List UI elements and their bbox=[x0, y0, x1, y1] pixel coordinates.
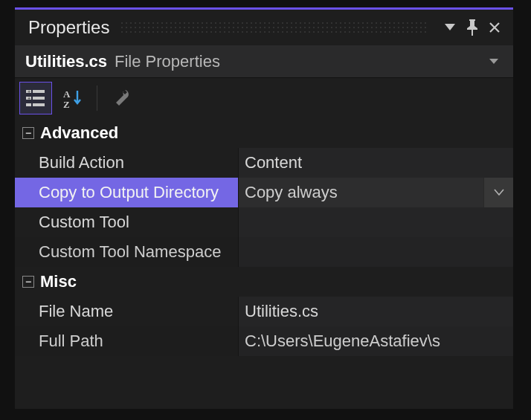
close-button[interactable] bbox=[483, 16, 506, 39]
property-name: Custom Tool Namespace bbox=[15, 237, 238, 267]
svg-rect-1 bbox=[33, 90, 45, 93]
properties-toolbar: + + A Z bbox=[15, 78, 513, 118]
property-value[interactable] bbox=[238, 207, 513, 237]
property-row[interactable]: Custom Tool Namespace bbox=[15, 237, 513, 267]
svg-rect-3 bbox=[33, 97, 45, 100]
category-header[interactable]: −Misc bbox=[15, 267, 513, 297]
alphabetical-button[interactable]: A Z bbox=[57, 82, 89, 114]
object-type: File Properties bbox=[115, 52, 485, 71]
category-label: Misc bbox=[40, 272, 77, 291]
property-row[interactable]: Copy to Output DirectoryCopy always bbox=[15, 178, 513, 207]
property-value-text: Content bbox=[245, 153, 302, 172]
svg-rect-4 bbox=[26, 103, 31, 106]
toolbar-separator bbox=[97, 85, 97, 111]
panel-title: Properties bbox=[22, 17, 109, 38]
property-value-text: C:\Users\EugeneAstafiev\s bbox=[245, 332, 440, 351]
svg-text:+: + bbox=[28, 96, 30, 101]
categorized-button[interactable]: + + bbox=[19, 82, 52, 114]
property-name: Full Path bbox=[15, 326, 238, 356]
property-row[interactable]: Build ActionContent bbox=[15, 148, 513, 178]
object-filename: Utilities.cs bbox=[25, 52, 107, 71]
svg-text:A: A bbox=[63, 88, 71, 100]
property-value[interactable] bbox=[238, 237, 513, 267]
property-name: File Name bbox=[15, 297, 238, 326]
property-grid: −AdvancedBuild ActionContentCopy to Outp… bbox=[15, 118, 513, 356]
panel-titlebar: Properties bbox=[15, 10, 513, 45]
property-value-text: Copy always bbox=[245, 183, 338, 202]
chevron-down-icon bbox=[493, 188, 505, 197]
window-position-button[interactable] bbox=[439, 16, 461, 39]
object-dropdown-button[interactable] bbox=[485, 53, 503, 71]
property-value[interactable]: C:\Users\EugeneAstafiev\s bbox=[238, 326, 513, 356]
property-name: Copy to Output Directory bbox=[15, 178, 238, 207]
categorized-icon: + + bbox=[25, 88, 46, 109]
pin-icon bbox=[466, 19, 479, 36]
dropdown-solid-icon bbox=[489, 59, 498, 65]
wrench-icon bbox=[111, 88, 132, 109]
property-row[interactable]: Full PathC:\Users\EugeneAstafiev\s bbox=[15, 326, 513, 356]
object-selector[interactable]: Utilities.cs File Properties bbox=[15, 45, 513, 78]
svg-rect-5 bbox=[33, 103, 45, 106]
value-dropdown-button[interactable] bbox=[483, 178, 513, 207]
property-name: Build Action bbox=[15, 148, 238, 178]
property-value-text: Utilities.cs bbox=[245, 302, 318, 321]
category-header[interactable]: −Advanced bbox=[15, 118, 513, 148]
panel-drag-grip[interactable] bbox=[120, 21, 428, 34]
dropdown-solid-icon bbox=[445, 24, 455, 31]
property-value[interactable]: Content bbox=[238, 148, 513, 178]
pin-button[interactable] bbox=[461, 16, 483, 39]
property-row[interactable]: File NameUtilities.cs bbox=[15, 297, 513, 326]
alphabetical-icon: A Z bbox=[62, 88, 83, 109]
property-pages-button[interactable] bbox=[105, 82, 138, 114]
collapse-icon[interactable]: − bbox=[22, 127, 34, 139]
properties-panel: Properties Utilities.cs File Properties … bbox=[15, 7, 513, 409]
svg-text:+: + bbox=[28, 89, 30, 94]
close-icon bbox=[489, 22, 501, 33]
property-value[interactable]: Utilities.cs bbox=[238, 297, 513, 326]
property-value[interactable]: Copy always bbox=[238, 178, 513, 207]
svg-text:Z: Z bbox=[63, 99, 70, 109]
collapse-icon[interactable]: − bbox=[22, 276, 34, 288]
property-name: Custom Tool bbox=[15, 207, 238, 237]
category-label: Advanced bbox=[40, 123, 118, 143]
property-row[interactable]: Custom Tool bbox=[15, 207, 513, 237]
